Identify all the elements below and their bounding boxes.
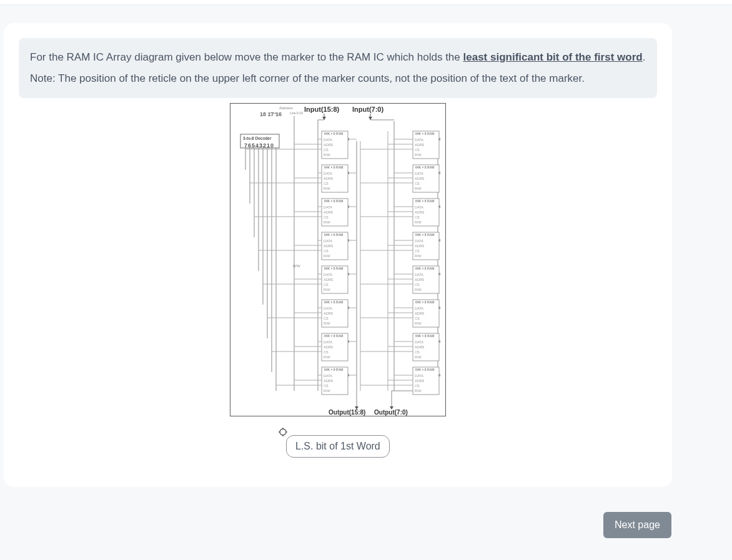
svg-text:DATA: DATA [415,172,423,175]
svg-text:R/W: R/W [324,355,331,359]
svg-text:R/W: R/W [324,153,331,157]
svg-text:CS: CS [415,215,420,219]
svg-rect-42 [439,138,440,140]
svg-rect-152 [348,340,349,343]
svg-rect-162 [439,340,440,343]
svg-text:R/W: R/W [415,389,422,393]
question-text: For the RAM IC Array diagram given below… [19,38,657,98]
output-left-label: Output(15:8) [329,409,365,416]
svg-text:DATA: DATA [324,172,332,175]
svg-text:R/W: R/W [324,322,331,325]
svg-text:CS: CS [324,317,329,320]
svg-rect-112 [348,273,349,275]
svg-text:CS: CS [324,249,329,253]
svg-text:64K × 8 RAM: 64K × 8 RAM [415,334,434,338]
svg-rect-62 [439,172,440,174]
svg-text:ADRS: ADRS [415,244,425,248]
svg-text:DATA: DATA [324,205,332,209]
svg-text:R/W: R/W [415,254,422,258]
question-card: For the RAM IC Array diagram given below… [4,23,672,487]
svg-marker-2 [322,117,326,120]
svg-text:CS: CS [324,215,329,219]
svg-text:64K × 8 RAM: 64K × 8 RAM [324,199,343,203]
svg-text:DATA: DATA [415,273,423,277]
svg-text:64K × 8 RAM: 64K × 8 RAM [415,233,434,237]
input-right-label: Input(7:0) [352,106,383,113]
svg-text:R/W: R/W [415,220,422,224]
svg-text:ADRS: ADRS [324,312,334,315]
diagram-svg: 18 17 16 Address Lines Line 0-15 Input(1… [230,104,445,416]
input-left-label: Input(15:8) [304,106,340,113]
marker-area: L.S. bit of 1st Word [230,428,446,468]
svg-text:64K × 8 RAM: 64K × 8 RAM [324,233,343,237]
svg-text:DATA: DATA [415,374,423,378]
marker-label[interactable]: L.S. bit of 1st Word [286,435,390,458]
svg-text:ADRS: ADRS [415,345,425,349]
svg-text:ADRS: ADRS [324,143,334,147]
ram-chip-grid: 64K × 8 RAMDATAADRSCSR/W64K × 8 RAMDATAA… [245,131,440,395]
svg-text:ADRS: ADRS [415,177,425,180]
svg-text:ADRS: ADRS [324,210,334,214]
svg-text:CS: CS [415,249,420,253]
svg-text:CS: CS [415,317,420,320]
decoder-outputs: 76543210 [244,142,274,149]
svg-text:R/W: R/W [415,355,422,359]
svg-rect-122 [439,273,440,275]
svg-text:ADRS: ADRS [415,210,425,214]
svg-text:DATA: DATA [324,374,332,378]
question-emph: least significant bit of the first word [463,51,643,63]
question-prefix: For the RAM IC Array diagram given below… [30,51,463,63]
svg-text:ADRS: ADRS [415,379,425,383]
output-right-label: Output(7:0) [374,409,408,416]
svg-text:DATA: DATA [324,273,332,277]
svg-text:CS: CS [324,350,329,354]
svg-text:DATA: DATA [324,138,332,142]
svg-text:DATA: DATA [415,307,423,310]
addr-range-small: Line 0-15 [290,111,303,115]
svg-text:ADRS: ADRS [324,379,334,383]
svg-text:ADRS: ADRS [324,177,334,180]
svg-text:CS: CS [415,148,420,152]
svg-text:R/W: R/W [415,187,422,190]
svg-text:64K × 8 RAM: 64K × 8 RAM [415,132,434,135]
svg-text:DATA: DATA [324,340,332,344]
svg-text:DATA: DATA [324,239,332,243]
ram-array-diagram[interactable]: 18 17 16 Address Lines Line 0-15 Input(1… [230,103,446,416]
next-page-button[interactable]: Next page [603,512,671,538]
svg-text:64K × 8 RAM: 64K × 8 RAM [324,267,343,270]
svg-text:64K × 8 RAM: 64K × 8 RAM [324,368,343,371]
svg-text:R/W: R/W [415,288,422,292]
svg-rect-52 [348,172,349,174]
svg-text:ADRS: ADRS [324,278,334,282]
svg-rect-132 [348,307,349,309]
top-strip [0,0,732,4]
svg-text:CS: CS [324,384,329,388]
svg-rect-92 [348,239,349,242]
svg-text:64K × 8 RAM: 64K × 8 RAM [324,334,343,338]
svg-text:R/W: R/W [324,187,331,190]
svg-text:DATA: DATA [415,340,423,344]
svg-text:64K × 8 RAM: 64K × 8 RAM [415,267,434,270]
svg-text:DATA: DATA [415,138,423,142]
svg-text:R/W: R/W [415,153,422,157]
svg-text:R/W: R/W [324,254,331,258]
svg-text:CS: CS [415,350,420,354]
svg-text:64K × 8 RAM: 64K × 8 RAM [324,300,343,304]
svg-text:R/W: R/W [324,389,331,393]
svg-text:CS: CS [324,283,329,287]
svg-text:64K × 8 RAM: 64K × 8 RAM [415,199,434,203]
svg-rect-32 [348,138,349,140]
rw-label-side: R/W [293,264,300,268]
svg-marker-3 [368,117,372,120]
svg-text:CS: CS [415,384,420,388]
svg-text:64K × 8 RAM: 64K × 8 RAM [324,165,343,169]
reticle-icon[interactable] [279,428,287,436]
svg-text:ADRS: ADRS [324,345,334,349]
svg-text:R/W: R/W [415,322,422,325]
svg-text:CS: CS [415,182,420,185]
svg-text:ADRS: ADRS [415,312,425,315]
decoder-label: 3-to-8 Decoder [243,136,272,140]
svg-point-185 [280,429,286,435]
svg-text:64K × 8 RAM: 64K × 8 RAM [415,300,434,304]
svg-text:DATA: DATA [415,205,423,209]
